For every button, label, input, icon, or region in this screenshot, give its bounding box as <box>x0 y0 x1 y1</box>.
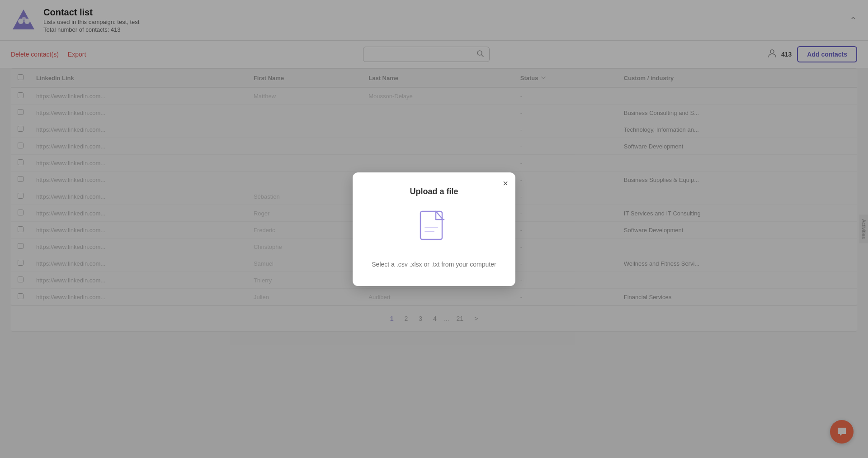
modal-title: Upload a file <box>410 187 458 196</box>
modal-overlay[interactable]: × Upload a file Select a .csv .xlsx or .… <box>0 0 868 458</box>
file-upload-icon <box>416 209 452 252</box>
modal-close-button[interactable]: × <box>503 179 508 188</box>
upload-modal: × Upload a file Select a .csv .xlsx or .… <box>353 172 515 286</box>
modal-instruction: Select a .csv .xlsx or .txt from your co… <box>372 261 496 268</box>
